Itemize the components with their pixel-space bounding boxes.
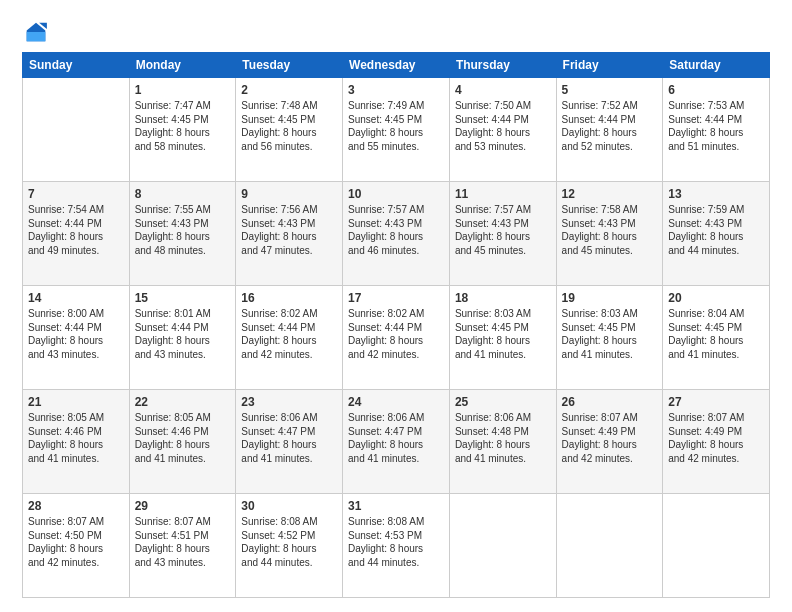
calendar-cell: 3Sunrise: 7:49 AM Sunset: 4:45 PM Daylig… — [343, 78, 450, 182]
day-header-thursday: Thursday — [449, 53, 556, 78]
day-info: Sunrise: 7:53 AM Sunset: 4:44 PM Dayligh… — [668, 99, 764, 153]
calendar-cell: 24Sunrise: 8:06 AM Sunset: 4:47 PM Dayli… — [343, 390, 450, 494]
calendar-cell: 1Sunrise: 7:47 AM Sunset: 4:45 PM Daylig… — [129, 78, 236, 182]
calendar-cell: 28Sunrise: 8:07 AM Sunset: 4:50 PM Dayli… — [23, 494, 130, 598]
calendar-cell: 31Sunrise: 8:08 AM Sunset: 4:53 PM Dayli… — [343, 494, 450, 598]
day-header-wednesday: Wednesday — [343, 53, 450, 78]
calendar-cell: 27Sunrise: 8:07 AM Sunset: 4:49 PM Dayli… — [663, 390, 770, 494]
day-info: Sunrise: 8:07 AM Sunset: 4:49 PM Dayligh… — [668, 411, 764, 465]
day-number: 10 — [348, 186, 444, 202]
day-number: 13 — [668, 186, 764, 202]
day-header-sunday: Sunday — [23, 53, 130, 78]
day-info: Sunrise: 8:02 AM Sunset: 4:44 PM Dayligh… — [348, 307, 444, 361]
day-number: 6 — [668, 82, 764, 98]
day-info: Sunrise: 8:07 AM Sunset: 4:49 PM Dayligh… — [562, 411, 658, 465]
day-number: 28 — [28, 498, 124, 514]
calendar-cell: 2Sunrise: 7:48 AM Sunset: 4:45 PM Daylig… — [236, 78, 343, 182]
calendar-cell — [23, 78, 130, 182]
calendar-cell: 7Sunrise: 7:54 AM Sunset: 4:44 PM Daylig… — [23, 182, 130, 286]
day-info: Sunrise: 7:56 AM Sunset: 4:43 PM Dayligh… — [241, 203, 337, 257]
day-info: Sunrise: 8:07 AM Sunset: 4:50 PM Dayligh… — [28, 515, 124, 569]
calendar-cell: 12Sunrise: 7:58 AM Sunset: 4:43 PM Dayli… — [556, 182, 663, 286]
week-row-4: 21Sunrise: 8:05 AM Sunset: 4:46 PM Dayli… — [23, 390, 770, 494]
day-info: Sunrise: 8:08 AM Sunset: 4:52 PM Dayligh… — [241, 515, 337, 569]
calendar-cell: 23Sunrise: 8:06 AM Sunset: 4:47 PM Dayli… — [236, 390, 343, 494]
calendar-cell: 19Sunrise: 8:03 AM Sunset: 4:45 PM Dayli… — [556, 286, 663, 390]
header — [22, 18, 770, 46]
day-info: Sunrise: 7:54 AM Sunset: 4:44 PM Dayligh… — [28, 203, 124, 257]
week-row-2: 7Sunrise: 7:54 AM Sunset: 4:44 PM Daylig… — [23, 182, 770, 286]
logo — [22, 18, 54, 46]
day-number: 12 — [562, 186, 658, 202]
calendar-cell: 5Sunrise: 7:52 AM Sunset: 4:44 PM Daylig… — [556, 78, 663, 182]
week-row-5: 28Sunrise: 8:07 AM Sunset: 4:50 PM Dayli… — [23, 494, 770, 598]
day-info: Sunrise: 8:02 AM Sunset: 4:44 PM Dayligh… — [241, 307, 337, 361]
calendar-cell: 30Sunrise: 8:08 AM Sunset: 4:52 PM Dayli… — [236, 494, 343, 598]
day-number: 15 — [135, 290, 231, 306]
calendar-cell: 16Sunrise: 8:02 AM Sunset: 4:44 PM Dayli… — [236, 286, 343, 390]
day-info: Sunrise: 7:57 AM Sunset: 4:43 PM Dayligh… — [455, 203, 551, 257]
calendar-cell: 8Sunrise: 7:55 AM Sunset: 4:43 PM Daylig… — [129, 182, 236, 286]
week-row-3: 14Sunrise: 8:00 AM Sunset: 4:44 PM Dayli… — [23, 286, 770, 390]
calendar-cell: 26Sunrise: 8:07 AM Sunset: 4:49 PM Dayli… — [556, 390, 663, 494]
day-number: 14 — [28, 290, 124, 306]
day-number: 2 — [241, 82, 337, 98]
day-info: Sunrise: 7:48 AM Sunset: 4:45 PM Dayligh… — [241, 99, 337, 153]
day-info: Sunrise: 8:06 AM Sunset: 4:48 PM Dayligh… — [455, 411, 551, 465]
day-info: Sunrise: 7:57 AM Sunset: 4:43 PM Dayligh… — [348, 203, 444, 257]
svg-rect-3 — [27, 32, 46, 41]
calendar: SundayMondayTuesdayWednesdayThursdayFrid… — [22, 52, 770, 598]
day-info: Sunrise: 7:50 AM Sunset: 4:44 PM Dayligh… — [455, 99, 551, 153]
calendar-header-row: SundayMondayTuesdayWednesdayThursdayFrid… — [23, 53, 770, 78]
day-number: 23 — [241, 394, 337, 410]
day-info: Sunrise: 8:03 AM Sunset: 4:45 PM Dayligh… — [455, 307, 551, 361]
calendar-cell: 18Sunrise: 8:03 AM Sunset: 4:45 PM Dayli… — [449, 286, 556, 390]
day-number: 17 — [348, 290, 444, 306]
calendar-cell: 13Sunrise: 7:59 AM Sunset: 4:43 PM Dayli… — [663, 182, 770, 286]
day-info: Sunrise: 7:49 AM Sunset: 4:45 PM Dayligh… — [348, 99, 444, 153]
day-number: 16 — [241, 290, 337, 306]
calendar-cell: 22Sunrise: 8:05 AM Sunset: 4:46 PM Dayli… — [129, 390, 236, 494]
calendar-cell — [449, 494, 556, 598]
calendar-cell: 15Sunrise: 8:01 AM Sunset: 4:44 PM Dayli… — [129, 286, 236, 390]
calendar-cell: 25Sunrise: 8:06 AM Sunset: 4:48 PM Dayli… — [449, 390, 556, 494]
week-row-1: 1Sunrise: 7:47 AM Sunset: 4:45 PM Daylig… — [23, 78, 770, 182]
day-info: Sunrise: 7:58 AM Sunset: 4:43 PM Dayligh… — [562, 203, 658, 257]
calendar-cell: 4Sunrise: 7:50 AM Sunset: 4:44 PM Daylig… — [449, 78, 556, 182]
day-number: 8 — [135, 186, 231, 202]
calendar-cell: 14Sunrise: 8:00 AM Sunset: 4:44 PM Dayli… — [23, 286, 130, 390]
calendar-cell: 17Sunrise: 8:02 AM Sunset: 4:44 PM Dayli… — [343, 286, 450, 390]
day-info: Sunrise: 8:04 AM Sunset: 4:45 PM Dayligh… — [668, 307, 764, 361]
day-info: Sunrise: 8:05 AM Sunset: 4:46 PM Dayligh… — [135, 411, 231, 465]
day-number: 1 — [135, 82, 231, 98]
day-number: 30 — [241, 498, 337, 514]
day-number: 7 — [28, 186, 124, 202]
day-info: Sunrise: 8:05 AM Sunset: 4:46 PM Dayligh… — [28, 411, 124, 465]
day-number: 27 — [668, 394, 764, 410]
day-number: 20 — [668, 290, 764, 306]
calendar-cell: 9Sunrise: 7:56 AM Sunset: 4:43 PM Daylig… — [236, 182, 343, 286]
day-info: Sunrise: 8:00 AM Sunset: 4:44 PM Dayligh… — [28, 307, 124, 361]
day-number: 21 — [28, 394, 124, 410]
calendar-cell: 29Sunrise: 8:07 AM Sunset: 4:51 PM Dayli… — [129, 494, 236, 598]
day-header-saturday: Saturday — [663, 53, 770, 78]
day-number: 25 — [455, 394, 551, 410]
day-header-tuesday: Tuesday — [236, 53, 343, 78]
day-number: 31 — [348, 498, 444, 514]
calendar-cell: 10Sunrise: 7:57 AM Sunset: 4:43 PM Dayli… — [343, 182, 450, 286]
day-info: Sunrise: 8:06 AM Sunset: 4:47 PM Dayligh… — [348, 411, 444, 465]
day-number: 18 — [455, 290, 551, 306]
day-info: Sunrise: 7:59 AM Sunset: 4:43 PM Dayligh… — [668, 203, 764, 257]
calendar-cell: 6Sunrise: 7:53 AM Sunset: 4:44 PM Daylig… — [663, 78, 770, 182]
day-number: 11 — [455, 186, 551, 202]
day-number: 29 — [135, 498, 231, 514]
calendar-cell — [663, 494, 770, 598]
day-number: 5 — [562, 82, 658, 98]
day-info: Sunrise: 7:47 AM Sunset: 4:45 PM Dayligh… — [135, 99, 231, 153]
calendar-cell — [556, 494, 663, 598]
day-info: Sunrise: 8:07 AM Sunset: 4:51 PM Dayligh… — [135, 515, 231, 569]
day-header-friday: Friday — [556, 53, 663, 78]
day-number: 19 — [562, 290, 658, 306]
page: SundayMondayTuesdayWednesdayThursdayFrid… — [0, 0, 792, 612]
day-info: Sunrise: 7:52 AM Sunset: 4:44 PM Dayligh… — [562, 99, 658, 153]
